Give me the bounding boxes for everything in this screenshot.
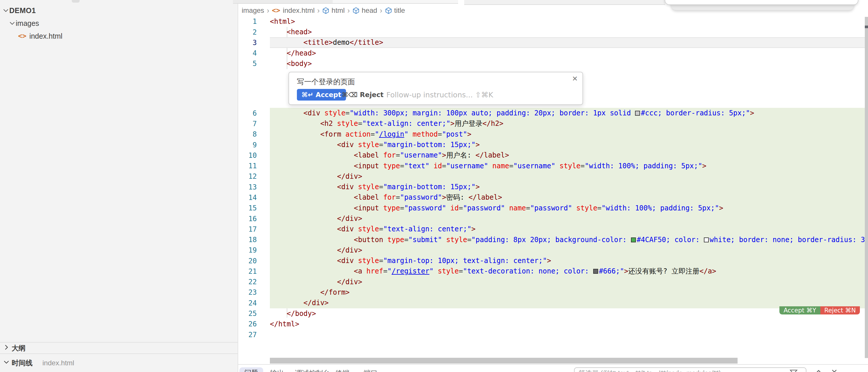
symbol-cube-icon <box>352 7 360 14</box>
line-content: <body> <box>270 58 868 69</box>
code-line-27[interactable]: 27 <box>238 329 868 340</box>
code-line-18[interactable]: 18 <button type="submit" style="padding:… <box>238 235 868 245</box>
line-content: <a href="/register" style="text-decorati… <box>270 266 868 277</box>
code-line-8[interactable]: 8 <form action="/login" method="post"> <box>238 129 868 140</box>
line-content: <div style="margin-bottom: 15px;"> <box>270 140 868 150</box>
color-swatch <box>635 111 640 116</box>
line-content: </div> <box>270 213 868 224</box>
line-content: </div> <box>270 298 868 308</box>
code-line-13[interactable]: 13 <div style="margin-bottom: 15px;"> <box>238 182 868 192</box>
workspace-root-label: DEMO1 <box>9 6 36 15</box>
code-line-1[interactable]: 1<html> <box>238 16 868 27</box>
line-content: <button type="submit" style="padding: 8p… <box>270 235 868 245</box>
code-line-16[interactable]: 16 </div> <box>238 213 868 224</box>
line-content: <input type="text" id="username" name="u… <box>270 161 868 172</box>
code-line-3[interactable]: 3 <title>demo</title> <box>238 37 868 48</box>
code-line-24[interactable]: 24 </div> <box>238 298 868 308</box>
breadcrumb-separator: › <box>380 6 382 15</box>
line-content: </head> <box>270 48 868 59</box>
code-line-15[interactable]: 15 <input type="password" id="password" … <box>238 203 868 214</box>
code-line-23[interactable]: 23 </form> <box>238 287 868 298</box>
line-content: <div style="margin-top: 10px; text-align… <box>270 255 868 266</box>
outline-section-header[interactable]: 大纲 <box>0 342 238 354</box>
line-number: 7 <box>238 120 257 128</box>
code-line-6[interactable]: 6 <div style="width: 300px; margin: 100p… <box>238 108 868 119</box>
explorer-folder-images[interactable]: images <box>0 17 238 30</box>
html-file-icon: <> <box>18 32 26 40</box>
chevron-down-icon <box>2 7 9 14</box>
panel-tab-debug-console[interactable]: 调试控制台 <box>295 369 330 372</box>
explorer-root-demo1[interactable]: DEMO1 <box>0 4 238 17</box>
line-number: 8 <box>238 130 257 138</box>
line-content: <html> <box>270 16 868 27</box>
horizontal-scrollbar[interactable] <box>270 358 738 364</box>
line-number: 13 <box>238 183 257 191</box>
chevron-down-icon <box>3 359 10 367</box>
line-number: 1 <box>238 18 257 26</box>
code-line-14[interactable]: 14 <label for="password">密码: </label> <box>238 192 868 203</box>
file-label: index.html <box>29 32 62 40</box>
close-icon[interactable]: ✕ <box>572 75 578 83</box>
breadcrumb-item-index-html[interactable]: <> index.html <box>272 6 315 14</box>
symbol-cube-icon <box>322 7 330 14</box>
sidebar-top-pill <box>72 0 80 3</box>
line-content: <head> <box>270 27 868 37</box>
vertical-scrollbar[interactable] <box>865 17 868 358</box>
line-content: </div> <box>270 245 868 256</box>
inline-chat-reject-button[interactable]: ⌘⌫ Reject <box>342 89 383 100</box>
problems-filter-input[interactable]: 筛选器 (例如 text、**/*.ts、!**/node_modules/**… <box>574 367 806 372</box>
breadcrumb-separator: › <box>317 6 319 15</box>
code-line-20[interactable]: 20 <div style="margin-top: 10px; text-al… <box>238 255 868 266</box>
color-swatch <box>593 269 598 274</box>
line-number: 24 <box>238 299 257 307</box>
panel-tab-output[interactable]: 输出 <box>270 369 284 372</box>
code-line-12[interactable]: 12 </div> <box>238 171 868 182</box>
code-line-11[interactable]: 11 <input type="text" id="username" name… <box>238 161 868 172</box>
overview-ruler-marker <box>865 26 868 28</box>
code-line-21[interactable]: 21 <a href="/register" style="text-decor… <box>238 266 868 277</box>
panel-tab-terminal[interactable]: 终端 <box>336 369 349 372</box>
explorer-sidebar: DEMO1 images <> index.html 大纲 时间线 index.… <box>0 0 238 372</box>
inline-chat-accept-button[interactable]: ⌘↵ Accept <box>297 89 346 100</box>
code-line-2[interactable]: 2 <head> <box>238 27 868 37</box>
panel-maximize-icon[interactable] <box>814 368 823 372</box>
breadcrumb-item-images[interactable]: images <box>242 6 264 14</box>
html-file-icon: <> <box>272 6 280 14</box>
line-number: 20 <box>238 257 257 265</box>
floating-bar-fragment <box>233 0 333 4</box>
code-line-5[interactable]: 5 <body> <box>238 58 868 69</box>
code-line-19[interactable]: 19 </div> <box>238 245 868 256</box>
line-content: <input type="password" id="password" nam… <box>270 203 868 214</box>
inline-chat-prompt: 写一个登录的页面 <box>297 77 355 87</box>
code-line-26[interactable]: 26</html> <box>238 319 868 330</box>
code-line-17[interactable]: 17 <div style="text-align: center;"> <box>238 224 868 235</box>
filter-funnel-icon[interactable] <box>789 369 798 372</box>
timeline-section-header[interactable]: 时间线 index.html <box>0 353 238 372</box>
panel-tab-problems[interactable]: 问题 <box>239 367 263 372</box>
code-line-7[interactable]: 7 <h2 style="text-align: center;">用户登录</… <box>238 118 868 129</box>
floating-bar-fragment <box>333 0 458 4</box>
inline-chat-popup: 写一个登录的页面 ✕ ⌘↵ Accept ⌘⌫ Reject Follow-up… <box>288 72 583 105</box>
explorer-file-index-html[interactable]: <> index.html <box>0 30 238 42</box>
breadcrumb-item-html[interactable]: html <box>322 6 344 14</box>
line-number: 6 <box>238 109 257 117</box>
code-line-25[interactable]: 25 </body> <box>238 308 868 319</box>
line-content <box>270 329 868 340</box>
followup-instructions-input[interactable]: Follow-up instructions... ⇧⌘K <box>386 89 493 100</box>
panel-tab-ports[interactable]: 端口 <box>364 369 378 372</box>
vscode-window: DEMO1 images <> index.html 大纲 时间线 index.… <box>0 0 868 372</box>
color-swatch <box>704 238 709 242</box>
breadcrumb-item-head[interactable]: head <box>352 6 377 14</box>
diff-accept-button[interactable]: Accept ⌘Y <box>779 306 820 314</box>
code-line-4[interactable]: 4 </head> <box>238 48 868 59</box>
diff-reject-button[interactable]: Reject ⌘N <box>820 306 860 314</box>
panel-close-icon[interactable] <box>830 368 838 372</box>
line-number: 16 <box>238 215 257 223</box>
line-content: </body> <box>270 308 868 319</box>
line-number: 4 <box>238 49 257 57</box>
code-line-10[interactable]: 10 <label for="username">用户名: </label> <box>238 150 868 161</box>
breadcrumb-item-title[interactable]: title <box>385 6 405 14</box>
code-line-9[interactable]: 9 <div style="margin-bottom: 15px;"> <box>238 140 868 150</box>
timeline-label: 时间线 <box>11 358 33 368</box>
code-line-22[interactable]: 22 </div> <box>238 277 868 287</box>
